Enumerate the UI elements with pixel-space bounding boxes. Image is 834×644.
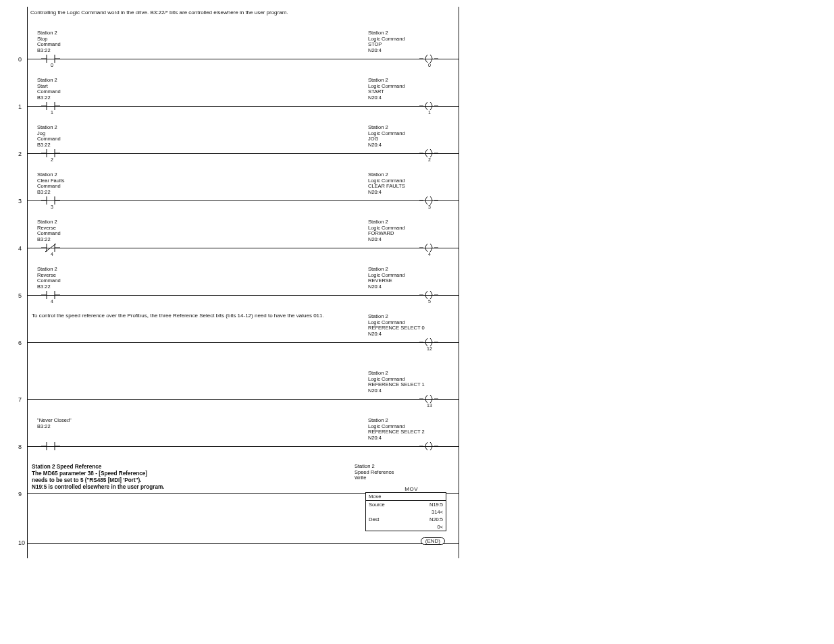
contact-bit: 2 xyxy=(48,157,56,162)
coil-label: Station 2 Logic Command STOP N20:4 xyxy=(368,30,449,54)
end-marker: (END) xyxy=(421,537,445,545)
contact-text: Station 2 Start Command B3:22 xyxy=(37,78,118,101)
coil-text: Station 2 Logic Command FORWARD N20:4 xyxy=(368,219,449,243)
coil-label: Station 2 Logic Command REFERENCE SELECT… xyxy=(368,371,449,394)
coil-bit: 4 xyxy=(425,252,434,257)
contact-bit: 0 xyxy=(48,63,56,68)
coil-text: Station 2 Logic Command REFERENCE SELECT… xyxy=(368,314,449,338)
coil-text: Station 2 Logic Command STOP N20:4 xyxy=(368,30,449,54)
contact-label: Station 2 Reverse Command B3:22 xyxy=(37,219,118,243)
contact-text: "Never Closed" B3:22 xyxy=(37,418,118,429)
contact-bit: 1 xyxy=(48,110,56,115)
mov-dest-addr: N20:5 xyxy=(429,516,443,522)
rung-0: 0Station 2 Stop Command B3:220Station 2 … xyxy=(28,25,459,72)
rung-number: 1 xyxy=(18,103,22,110)
contact-text: Station 2 Clear Faults Command B3:22 xyxy=(37,172,118,196)
coil-text: Station 2 Logic Command REFERENCE SELECT… xyxy=(368,418,449,441)
coil-label: Station 2 Logic Command CLEAR FAULTS N20… xyxy=(368,172,449,196)
rung-number: 10 xyxy=(18,539,25,546)
rung-3: 3Station 2 Clear Faults Command B3:223St… xyxy=(28,167,459,214)
contact-label: Station 2 Jog Command B3:22 xyxy=(37,125,118,149)
rung-number: 7 xyxy=(18,396,22,403)
rung-number: 5 xyxy=(18,292,22,299)
coil-bit: 2 xyxy=(425,157,434,162)
coil-text: Station 2 Logic Command REFERENCE SELECT… xyxy=(368,371,449,394)
coil-bit: 12 xyxy=(425,346,434,351)
coil-bit: 0 xyxy=(425,63,434,68)
contact-label: Station 2 Start Command B3:22 xyxy=(37,78,118,101)
rung-number: 9 xyxy=(18,491,22,498)
mov-instruction-box: Move Source N19:5 314< Dest N20:5 0< xyxy=(365,492,446,531)
mov-source-addr: N19:5 xyxy=(429,502,443,508)
rung-number: 8 xyxy=(18,444,22,450)
rung-1: 1Station 2 Start Command B3:221Station 2… xyxy=(28,72,459,119)
rung-number: 6 xyxy=(18,340,22,346)
header-comment: Controlling the Logic Command word in th… xyxy=(28,9,459,25)
coil-label: Station 2 Logic Command JOG N20:4 xyxy=(368,125,449,149)
mov-title: MOV xyxy=(405,486,418,492)
coil-text: Station 2 Logic Command REVERSE N20:4 xyxy=(368,267,449,290)
contact-label: Station 2 Reverse Command B3:22 xyxy=(37,267,118,290)
rung-2: 2Station 2 Jog Command B3:222Station 2 L… xyxy=(28,119,459,167)
rung-9: 9 Station 2 Speed Reference The MD65 par… xyxy=(28,460,459,534)
coil-text: Station 2 Logic Command JOG N20:4 xyxy=(368,125,449,149)
coil-text: Station 2 Logic Command START N20:4 xyxy=(368,78,449,101)
coil-bit: 3 xyxy=(425,205,434,209)
mov-dest-value: 0< xyxy=(437,524,443,530)
rung-6: 6To control the speed reference over the… xyxy=(28,308,459,365)
contact-bit: 3 xyxy=(48,205,56,209)
rung-7: 7Station 2 Logic Command REFERENCE SELEC… xyxy=(28,365,459,412)
coil-label: Station 2 Logic Command FORWARD N20:4 xyxy=(368,219,449,243)
contact-bit: 4 xyxy=(48,252,56,257)
mov-output-label: Station 2 Speed Reference Write xyxy=(355,464,449,481)
contact-text: Station 2 Reverse Command B3:22 xyxy=(37,267,118,290)
rung-number: 0 xyxy=(18,56,22,63)
coil-label: Station 2 Logic Command REFERENCE SELECT… xyxy=(368,418,449,441)
mov-dest-label: Dest xyxy=(369,516,379,522)
mov-header: Move xyxy=(366,493,446,501)
coil-label: Station 2 Logic Command START N20:4 xyxy=(368,78,449,101)
contact-label: Station 2 Clear Faults Command B3:22 xyxy=(37,172,118,196)
contact-label: "Never Closed" B3:22 xyxy=(37,418,118,429)
contact-text: Station 2 Stop Command B3:22 xyxy=(37,30,118,54)
rung-8: 8"Never Closed" B3:22Station 2 Logic Com… xyxy=(28,412,459,460)
coil-label: Station 2 Logic Command REVERSE N20:4 xyxy=(368,267,449,290)
ladder-diagram: Controlling the Logic Command word in th… xyxy=(27,7,459,558)
coil-bit: 5 xyxy=(425,299,434,304)
coil-text: Station 2 Logic Command CLEAR FAULTS N20… xyxy=(368,172,449,196)
rung-5: 5Station 2 Reverse Command B3:224Station… xyxy=(28,261,459,308)
rung-number: 4 xyxy=(18,245,22,252)
rung-number: 2 xyxy=(18,151,22,157)
coil-bit: 13 xyxy=(425,403,434,408)
contact-text: Station 2 Reverse Command B3:22 xyxy=(37,219,118,243)
rung-4: 4Station 2 Reverse Command B3:224Station… xyxy=(28,214,459,261)
contact-bit: 4 xyxy=(48,299,56,304)
contact-label: Station 2 Stop Command B3:22 xyxy=(37,30,118,54)
rung-end: 10 (END) xyxy=(28,534,459,554)
contact-text: Station 2 Jog Command B3:22 xyxy=(37,125,118,149)
mov-source-value: 314< xyxy=(432,509,443,515)
mov-source-label: Source xyxy=(369,502,385,508)
coil-label: Station 2 Logic Command REFERENCE SELECT… xyxy=(368,314,449,338)
rung-number: 3 xyxy=(18,198,22,205)
coil-bit: 1 xyxy=(425,110,434,115)
